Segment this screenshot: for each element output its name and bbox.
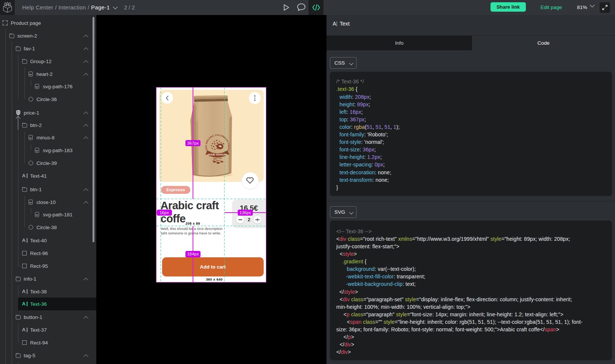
svg-text:SINCE 1938: SINCE 1938 — [213, 157, 222, 159]
